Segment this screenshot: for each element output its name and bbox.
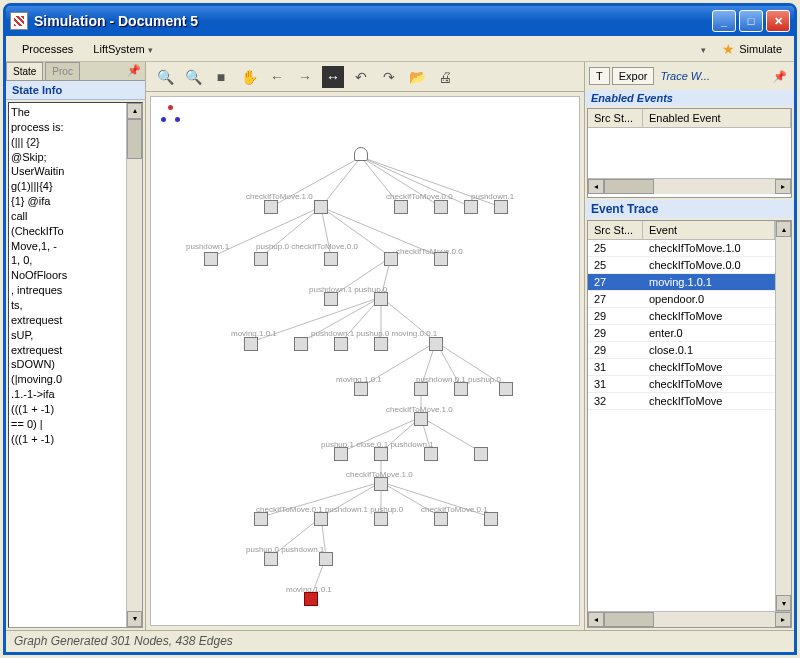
table-row[interactable]: 32checkIfToMove [588,393,775,410]
graph-node-active[interactable] [304,592,318,606]
graph-node[interactable] [334,337,348,351]
cell-event: checkIfToMove [643,359,775,375]
scroll-thumb[interactable] [604,612,654,627]
graph-node[interactable] [324,292,338,306]
graph-node[interactable] [454,382,468,396]
table-row[interactable]: 29enter.0 [588,325,775,342]
graph-canvas[interactable]: checkIfToMove.1.0 checkIfToMove.0.0 push… [150,96,580,626]
table-row[interactable]: 27moving.1.0.1 [588,274,775,291]
graph-node[interactable] [374,337,388,351]
undo-button[interactable]: ↶ [350,66,372,88]
menu-dropdown[interactable] [688,40,716,58]
graph-node[interactable] [374,447,388,461]
menu-processes[interactable]: Processes [12,40,83,58]
graph-node[interactable] [414,412,428,426]
table-row[interactable]: 31checkIfToMove [588,376,775,393]
enabled-hscroll[interactable]: ◂ ▸ [588,178,791,194]
graph-node[interactable] [354,147,368,161]
graph-node[interactable] [434,200,448,214]
graph-node[interactable] [314,512,328,526]
cell-src: 25 [588,257,643,273]
export-button[interactable]: Expor [612,67,655,85]
graph-node[interactable] [429,337,443,351]
graph-node[interactable] [314,200,328,214]
graph-node[interactable] [499,382,513,396]
graph-node[interactable] [384,252,398,266]
simulate-button[interactable]: ★ Simulate [716,39,788,59]
tab-state[interactable]: State [6,62,43,80]
col-event[interactable]: Event [643,221,775,239]
table-row[interactable]: 31checkIfToMove [588,359,775,376]
graph-node[interactable] [324,252,338,266]
graph-node[interactable] [374,477,388,491]
left-tabstrip: State Proc 📌 [6,62,145,81]
zoom-out-button[interactable]: 🔍 [182,66,204,88]
graph-node[interactable] [319,552,333,566]
table-row[interactable]: 29close.0.1 [588,342,775,359]
pin-icon[interactable]: 📌 [123,62,145,80]
col-src[interactable]: Src St... [588,109,643,127]
scroll-down-icon[interactable]: ▾ [776,595,791,611]
graph-node[interactable] [394,200,408,214]
graph-node[interactable] [354,382,368,396]
maximize-button[interactable]: □ [739,10,763,32]
pin-icon[interactable]: 📌 [770,70,790,83]
stop-button[interactable]: ■ [210,66,232,88]
hand-button[interactable]: ✋ [238,66,260,88]
graph-node[interactable] [254,252,268,266]
scroll-thumb[interactable] [604,179,654,194]
graph-node[interactable] [414,382,428,396]
graph-node[interactable] [294,337,308,351]
scroll-right-icon[interactable]: ▸ [775,179,791,194]
graph-node[interactable] [494,200,508,214]
cell-event: enter.0 [643,325,775,341]
menu-liftsystem[interactable]: LiftSystem [83,40,162,58]
cell-src: 29 [588,308,643,324]
col-event[interactable]: Enabled Event [643,109,791,127]
zoom-in-button[interactable]: 🔍 [154,66,176,88]
graph-node[interactable] [434,512,448,526]
scroll-down-icon[interactable]: ▾ [127,611,142,627]
table-row[interactable]: 25checkIfToMove.1.0 [588,240,775,257]
redo-button[interactable]: ↷ [378,66,400,88]
scroll-left-icon[interactable]: ◂ [588,179,604,194]
scroll-thumb[interactable] [127,119,142,159]
graph-node[interactable] [434,252,448,266]
graph-node[interactable] [264,552,278,566]
scroll-up-icon[interactable]: ▴ [776,221,791,237]
table-row[interactable]: 29checkIfToMove [588,308,775,325]
star-icon: ★ [722,41,735,57]
graph-node[interactable] [424,447,438,461]
forward-button[interactable]: → [294,66,316,88]
state-vscroll[interactable]: ▴ ▾ [126,103,142,627]
toolbar: 🔍 🔍 ■ ✋ ← → ↔ ↶ ↷ 📂 🖨 [146,62,584,92]
graph-node[interactable] [374,292,388,306]
node-label: checkIfToMove.0.0 [396,247,463,256]
table-row[interactable]: 27opendoor.0 [588,291,775,308]
open-button[interactable]: 📂 [406,66,428,88]
graph-node[interactable] [204,252,218,266]
scroll-right-icon[interactable]: ▸ [775,612,791,627]
scroll-left-icon[interactable]: ◂ [588,612,604,627]
col-src[interactable]: Src St... [588,221,643,239]
print-button[interactable]: 🖨 [434,66,456,88]
graph-node[interactable] [374,512,388,526]
graph-node[interactable] [254,512,268,526]
titlebar[interactable]: Simulation - Document 5 _ □ ✕ [6,6,794,36]
tab-proc[interactable]: Proc [45,62,80,80]
close-button[interactable]: ✕ [766,10,790,32]
table-row[interactable]: 25checkIfToMove.0.0 [588,257,775,274]
graph-node[interactable] [264,200,278,214]
trace-hscroll[interactable]: ◂ ▸ [588,611,791,627]
graph-node[interactable] [464,200,478,214]
fit-button[interactable]: ↔ [322,66,344,88]
graph-node[interactable] [334,447,348,461]
graph-node[interactable] [484,512,498,526]
graph-node[interactable] [474,447,488,461]
minimize-button[interactable]: _ [712,10,736,32]
t-button[interactable]: T [589,67,610,85]
graph-node[interactable] [244,337,258,351]
trace-vscroll[interactable]: ▴ ▾ [775,221,791,611]
scroll-up-icon[interactable]: ▴ [127,103,142,119]
back-button[interactable]: ← [266,66,288,88]
